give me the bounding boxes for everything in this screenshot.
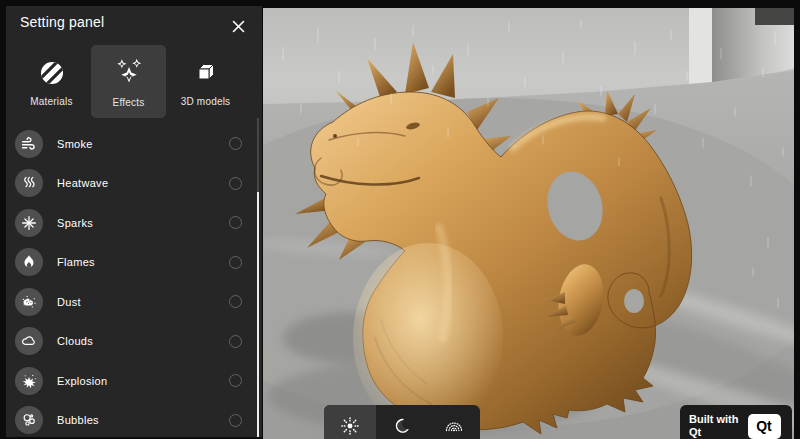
- radio-button[interactable]: [229, 177, 242, 190]
- built-with-qt-badge[interactable]: Built with Qt Qt: [680, 405, 792, 439]
- scrollbar-thumb[interactable]: [257, 192, 260, 437]
- effect-label: Clouds: [57, 335, 93, 347]
- day-mode-button[interactable]: [324, 405, 376, 439]
- radio-button[interactable]: [229, 374, 242, 387]
- effect-row-heatwave[interactable]: Heatwave: [6, 164, 262, 204]
- close-icon: [231, 19, 246, 34]
- badge-line1: Built with: [689, 413, 739, 426]
- flames-icon: [15, 248, 43, 276]
- effect-row-smoke[interactable]: Smoke: [6, 124, 262, 164]
- tab-effects[interactable]: Effects: [91, 45, 166, 118]
- render-scene: [263, 8, 794, 439]
- effect-label: Bubbles: [57, 414, 99, 426]
- badge-line2: Qt: [689, 426, 739, 439]
- 3d-viewport[interactable]: Built with Qt Qt: [263, 8, 794, 439]
- effect-row-clouds[interactable]: Clouds: [6, 322, 262, 362]
- dragon-nostril: [333, 134, 337, 138]
- tab-materials[interactable]: Materials: [14, 45, 89, 118]
- radio-button[interactable]: [229, 295, 242, 308]
- tail-curl-gap: [624, 289, 644, 313]
- radio-button[interactable]: [229, 216, 242, 229]
- tab-3d-models[interactable]: 3D models: [168, 45, 243, 118]
- rain-icon: [443, 415, 465, 437]
- effect-label: Dust: [57, 296, 81, 308]
- effect-row-dust[interactable]: Dust: [6, 282, 262, 322]
- door-opening: [755, 8, 794, 25]
- effect-row-flames[interactable]: Flames: [6, 243, 262, 283]
- sparks-icon: [15, 209, 43, 237]
- effect-row-bubbles[interactable]: Bubbles: [6, 401, 262, 438]
- rain-mode-button[interactable]: [428, 405, 480, 439]
- effect-label: Explosion: [57, 375, 107, 387]
- radio-button[interactable]: [229, 256, 242, 269]
- tab-label: Effects: [113, 97, 145, 108]
- night-mode-button[interactable]: [376, 405, 428, 439]
- explosion-icon: [15, 367, 43, 395]
- sparkles-icon: [110, 56, 148, 90]
- radio-button[interactable]: [229, 335, 242, 348]
- close-button[interactable]: [226, 14, 250, 38]
- dust-icon: [15, 288, 43, 316]
- effect-label: Sparks: [57, 217, 93, 229]
- sun-icon: [339, 415, 361, 437]
- effect-label: Heatwave: [57, 177, 108, 189]
- effects-list: Smoke Heatwave: [6, 124, 262, 437]
- effect-label: Smoke: [57, 138, 93, 150]
- panel-title: Setting panel: [20, 13, 110, 32]
- tab-bar: Materials Effects: [6, 45, 262, 118]
- radio-button[interactable]: [229, 414, 242, 427]
- cube-icon: [190, 57, 222, 89]
- environment-toolbar: [324, 405, 480, 439]
- bubbles-icon: [15, 406, 43, 434]
- tab-label: Materials: [30, 96, 72, 107]
- setting-panel: Setting panel: [6, 6, 262, 437]
- badge-text: Built with Qt: [689, 413, 739, 439]
- smoke-icon: [15, 130, 43, 158]
- moon-icon: [392, 416, 412, 436]
- qt-logo: Qt: [748, 414, 781, 439]
- radio-button[interactable]: [229, 137, 242, 150]
- app-window: Setting panel: [0, 0, 800, 439]
- effect-label: Flames: [57, 256, 95, 268]
- effect-row-explosion[interactable]: Explosion: [6, 361, 262, 401]
- clouds-icon: [15, 327, 43, 355]
- tab-label: 3D models: [181, 96, 231, 107]
- striped-ball-icon: [36, 57, 68, 89]
- effect-row-sparks[interactable]: Sparks: [6, 203, 262, 243]
- heatwave-icon: [15, 169, 43, 197]
